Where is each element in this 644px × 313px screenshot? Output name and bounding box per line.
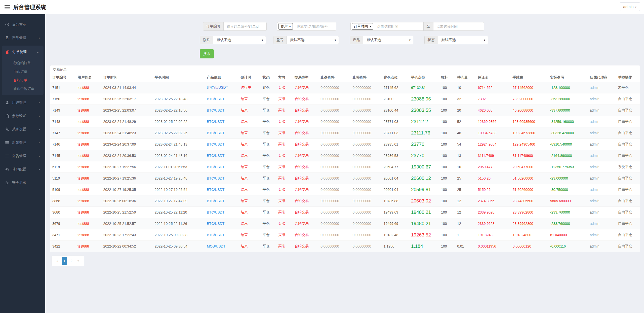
- panel-title: 交易记录: [50, 65, 640, 73]
- cell-fee: 1.91824800: [513, 233, 531, 237]
- cell-product[interactable]: BTC/USDT: [207, 233, 224, 237]
- cell-product[interactable]: BTC/USDT: [207, 222, 224, 226]
- cell-agent: admin: [590, 142, 599, 146]
- cell-product[interactable]: BTC/USDT: [207, 142, 224, 146]
- chevron-down-icon: ▾: [409, 38, 411, 42]
- updown-select[interactable]: 默认不选▾: [213, 36, 266, 44]
- customer-input[interactable]: [294, 22, 336, 30]
- cell-product[interactable]: BTC/USDT: [207, 108, 224, 112]
- cell-margin: 5150.26: [478, 176, 491, 180]
- page-button-1[interactable]: 1: [62, 257, 67, 265]
- sidebar-item-label: 安全退出: [12, 181, 26, 185]
- cell-direction: 买涨: [278, 131, 285, 135]
- sidebar-subitem-second-contract-orders[interactable]: 秒合约订单: [2, 59, 44, 67]
- table-row: 7148test8882023-02-24 21:48:292023-02-25…: [50, 116, 640, 127]
- cell-margin: 10934.6738: [478, 131, 496, 135]
- gear-icon: [4, 167, 10, 171]
- search-button[interactable]: 搜索: [200, 49, 214, 58]
- file-icon: [4, 114, 10, 118]
- cell-direction: 买涨: [278, 199, 285, 203]
- trade-records-panel: 交易记录 订单编号用户姓名订单时间平仓时间产品信息倒计时状态方向交易类型止盈价格…: [50, 65, 640, 252]
- cell-fee: 23.74305600: [513, 199, 533, 203]
- cell-product[interactable]: BTC/USDT: [207, 199, 224, 203]
- cell-product[interactable]: BTC/USDT: [207, 176, 224, 180]
- cell-take-profit: 0.00000000: [320, 97, 339, 101]
- cell-product[interactable]: BTC/USDT: [207, 97, 224, 101]
- sidebar-item-news[interactable]: 新闻管理 ▸: [0, 136, 45, 149]
- cell-product[interactable]: BTC/USDT: [207, 154, 224, 158]
- cell-product[interactable]: BTC/USDT: [207, 120, 224, 124]
- cell-open-time: 2023-02-25 22:03:07: [103, 108, 136, 112]
- cell-take-profit: 0.00000000: [320, 131, 339, 135]
- cell-product[interactable]: MOB/USDT: [207, 244, 225, 248]
- sidebar-item-users[interactable]: 用户管理 ▸: [0, 96, 45, 109]
- time-from-input[interactable]: [374, 22, 423, 30]
- cell-open-time: 2022-10-25 21:52:59: [103, 210, 136, 214]
- cell-product[interactable]: BTC/USDT: [207, 131, 224, 135]
- cell-countdown: 结束: [241, 233, 248, 237]
- order-no-input[interactable]: [224, 22, 266, 30]
- time-to-input[interactable]: [433, 22, 484, 30]
- sidebar-subitem-spot-orders[interactable]: 币币订单: [2, 67, 44, 76]
- time-type-select[interactable]: 订单时间▾: [352, 23, 373, 30]
- cell-open-price: 23771.03: [384, 131, 398, 135]
- sidebar-item-logout[interactable]: 安全退出: [0, 176, 45, 189]
- column-header: 订单时间: [101, 73, 152, 82]
- sidebar-item-other-config[interactable]: 其他配置 ▸: [0, 163, 45, 176]
- sidebar-subitem-contract-orders[interactable]: 合约订单: [2, 76, 44, 84]
- cell-open-time: 2022-10-23 17:22:43: [103, 233, 136, 237]
- cell-countdown: 结束: [241, 221, 248, 225]
- cell-state: 平仓: [263, 97, 270, 101]
- cell-agent: admin: [590, 120, 599, 124]
- cell-take-profit: 0.00000000: [320, 120, 339, 124]
- cell-profit: -8910.540000: [550, 142, 572, 146]
- chevron-down-icon: ▾: [262, 38, 263, 42]
- cell-take-profit: 0.00000000: [320, 199, 339, 203]
- cell-product[interactable]: BTC/USDT: [207, 165, 224, 169]
- sidebar-item-dashboard[interactable]: 后台首页: [0, 18, 45, 31]
- table-body: 7151test8882024-03-21 14:03:44比特币/USDT进行…: [50, 82, 640, 252]
- sidebar-item-system-settings[interactable]: 系统设置 ▸: [0, 123, 45, 136]
- sidebar-item-announcements[interactable]: 公告管理 ▸: [0, 149, 45, 163]
- cell-product[interactable]: 比特币/USDT: [207, 85, 228, 89]
- cell-countdown: 结束: [241, 119, 248, 123]
- cell-leverage: 100: [441, 165, 447, 169]
- cell-user: test888: [77, 165, 89, 169]
- prev-page-button[interactable]: «: [55, 257, 60, 265]
- cell-product[interactable]: BTC/USDT: [207, 210, 224, 214]
- column-header: 倒计时: [239, 73, 261, 82]
- cell-open-price: 19785.88: [384, 199, 398, 203]
- cell-stop-loss: 0.00000000: [352, 176, 371, 180]
- user-dropdown[interactable]: admin▾: [620, 2, 640, 11]
- sidebar-subitem-new-coin-orders[interactable]: 新币申购订单: [2, 84, 44, 93]
- cell-open-time: 2023-02-24 20:36:53: [103, 154, 136, 158]
- page-button-2[interactable]: 2: [69, 257, 74, 265]
- cell-open-time: 2022-10-22 00:34:52: [103, 244, 136, 248]
- cell-stop-loss: 0.00000000: [352, 222, 371, 226]
- column-header: 止损价格: [350, 73, 381, 82]
- cell-leverage: 100: [441, 188, 447, 192]
- cell-open-price: 23100.44: [384, 108, 398, 112]
- cell-control: 自由平仓: [618, 108, 632, 112]
- table-row: 7150test8882023-02-25 22:03:172023-02-25…: [50, 93, 640, 105]
- sidebar-item-orders[interactable]: 订单管理 ▸: [2, 46, 44, 59]
- sidebar-item-label: 系统设置: [12, 127, 26, 132]
- cell-id: 5118: [52, 165, 60, 169]
- cell-volume: 20: [457, 108, 461, 112]
- table-row: 3680test8882022-10-25 21:52:592022-10-25…: [50, 206, 640, 218]
- next-page-button[interactable]: »: [76, 257, 81, 265]
- cell-fee: 67.14562000: [513, 86, 533, 90]
- product-select[interactable]: 默认不选▾: [363, 36, 413, 44]
- pnl-select[interactable]: 默认不选▾: [287, 36, 339, 44]
- cell-product[interactable]: BTC/USDT: [207, 188, 224, 192]
- customer-select[interactable]: 客户▾: [278, 23, 293, 30]
- cell-take-profit: 0.00000000: [320, 154, 339, 158]
- cell-trade-type: 合约交易: [295, 97, 309, 101]
- status-select[interactable]: 默认不选▾: [438, 36, 488, 44]
- hamburger-menu-icon[interactable]: [5, 5, 10, 9]
- sidebar-item-parameters[interactable]: 参数设置 ▸: [0, 109, 45, 123]
- column-header: 归属代理商: [588, 73, 616, 82]
- cell-fee: 129.24905400: [513, 142, 535, 146]
- sidebar-item-products[interactable]: B 产品管理 ▸: [0, 31, 45, 45]
- cell-profit: -34259.160000: [550, 120, 574, 124]
